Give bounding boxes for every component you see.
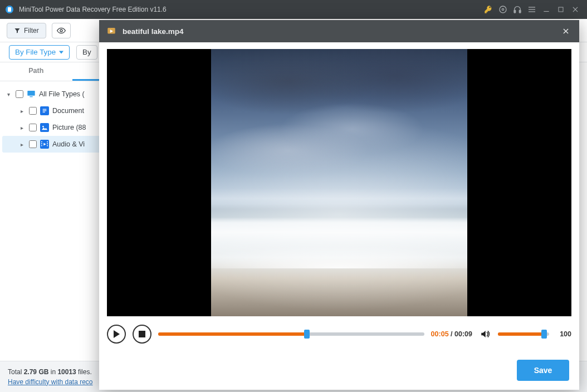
svg-rect-27 (47, 143, 48, 144)
svg-rect-14 (27, 91, 35, 96)
svg-rect-6 (529, 7, 535, 7)
file-count: 10013 (57, 368, 76, 376)
maximize-icon[interactable] (554, 2, 568, 17)
filter-label: Filter (24, 27, 39, 35)
svg-rect-15 (30, 96, 32, 97)
preview-file-icon (106, 26, 117, 37)
preview-modal: beatiful lake.mp4 00:05 / 00:09 (99, 20, 579, 390)
pic-label: Picture (88 (52, 124, 86, 131)
svg-rect-4 (514, 10, 516, 13)
time-display: 00:05 / 00:09 (431, 330, 472, 338)
svg-point-13 (60, 30, 62, 32)
tab-path[interactable]: Path (0, 62, 72, 81)
video-preview-box (107, 49, 571, 316)
total-size: 2.79 GB (24, 368, 49, 376)
document-icon (40, 106, 49, 115)
preview-titlebar: beatiful lake.mp4 (99, 20, 579, 42)
seek-slider[interactable] (158, 332, 424, 336)
close-app-icon[interactable] (568, 2, 583, 17)
pic-checkbox[interactable] (29, 124, 37, 131)
app-title: MiniTool Power Data Recovery Free Editio… (19, 6, 167, 13)
svg-rect-10 (559, 7, 563, 12)
seek-thumb[interactable] (304, 330, 310, 339)
av-label: Audio & Vi (52, 140, 85, 148)
svg-rect-7 (529, 9, 535, 9)
svg-rect-1 (8, 7, 11, 12)
svg-rect-5 (519, 10, 521, 13)
svg-rect-32 (139, 331, 145, 337)
chevron-right-icon[interactable]: ▸ (18, 125, 26, 131)
svg-point-3 (502, 8, 503, 10)
player-controls: 00:05 / 00:09 100 (107, 318, 571, 350)
seek-fill (158, 332, 307, 336)
menu-icon[interactable] (525, 2, 539, 17)
svg-rect-8 (529, 11, 535, 12)
chevron-down-icon[interactable]: ▾ (4, 91, 12, 97)
root-label: All File Types ( (39, 90, 85, 98)
preview-filename: beatiful lake.mp4 (123, 27, 184, 36)
close-preview-icon[interactable] (559, 24, 573, 38)
eye-icon (57, 27, 66, 34)
app-titlebar: MiniTool Power Data Recovery Free Editio… (0, 0, 587, 19)
duration: 00:09 (454, 330, 472, 338)
picture-icon (40, 123, 49, 132)
preview-toggle-button[interactable] (52, 23, 71, 38)
register-key-icon[interactable] (481, 2, 496, 17)
chevron-right-icon[interactable]: ▸ (18, 108, 26, 114)
svg-rect-26 (47, 141, 48, 143)
svg-rect-23 (41, 141, 42, 143)
by-filetype-dropdown[interactable]: By File Type (9, 45, 70, 60)
svg-rect-28 (47, 145, 48, 146)
volume-fill (498, 332, 544, 336)
minimize-icon[interactable] (539, 2, 554, 17)
volume-slider[interactable] (498, 332, 549, 336)
headphones-icon[interactable] (510, 2, 525, 17)
svg-point-21 (42, 126, 44, 128)
by-dropdown[interactable]: By (76, 45, 97, 60)
stop-button[interactable] (133, 325, 151, 344)
svg-rect-24 (41, 143, 42, 144)
video-frame[interactable] (211, 49, 467, 316)
svg-rect-25 (41, 145, 42, 146)
save-button[interactable]: Save (517, 360, 569, 381)
by-filetype-label: By File Type (15, 48, 56, 56)
chevron-down-icon (59, 51, 63, 54)
volume-value: 100 (556, 330, 571, 338)
volume-icon[interactable] (479, 328, 491, 340)
filter-icon (14, 27, 21, 34)
current-time: 00:05 (431, 330, 449, 338)
chevron-right-icon[interactable]: ▸ (18, 141, 26, 148)
by-label: By (82, 48, 91, 56)
monitor-icon (27, 90, 36, 99)
doc-checkbox[interactable] (29, 107, 37, 115)
audiovideo-icon (40, 140, 49, 149)
doc-label: Document (52, 107, 84, 115)
play-button[interactable] (107, 325, 126, 344)
svg-rect-17 (43, 109, 47, 110)
volume-thumb[interactable] (541, 330, 547, 339)
app-logo-icon (4, 4, 14, 14)
help-link[interactable]: Have difficulty with data reco (8, 378, 93, 386)
root-checkbox[interactable] (16, 90, 23, 98)
svg-rect-18 (43, 110, 47, 111)
filter-button[interactable]: Filter (7, 23, 46, 38)
svg-point-2 (500, 6, 506, 13)
av-checkbox[interactable] (29, 140, 37, 148)
svg-rect-19 (43, 112, 45, 112)
preview-footer: Save (99, 350, 579, 390)
disc-icon[interactable] (496, 2, 510, 17)
